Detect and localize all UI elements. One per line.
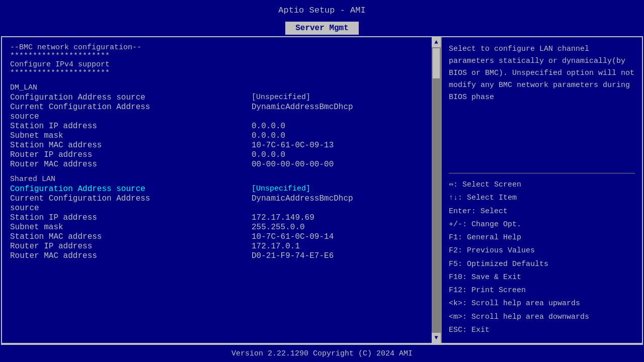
- sh-current-label: Current Configuration Address: [10, 194, 252, 203]
- dm-router-mac-value: 00-00-00-00-00-00: [252, 160, 334, 169]
- version-text: Version 2.22.1290 Copyright (C) 2024 AMI: [231, 349, 413, 358]
- shortcut-list: ⇔: Select Screen↑↓: Select ItemEnter: Se…: [449, 178, 635, 337]
- sh-current-label2: source: [10, 204, 252, 213]
- sh-station-mac-label: Station MAC address: [10, 232, 252, 241]
- sh-current-value: DynamicAddressBmcDhcp: [252, 194, 353, 203]
- scroll-thumb[interactable]: [433, 48, 440, 78]
- sh-current-row: Current Configuration Address DynamicAdd…: [10, 194, 424, 203]
- shortcut-item: F5: Optimized Defaults: [449, 258, 635, 271]
- dm-router-ip-row: Router IP address 0.0.0.0: [10, 150, 424, 159]
- sh-router-ip-row: Router IP address 172.17.0.1: [10, 242, 424, 251]
- bmc-stars-1: **********************: [10, 52, 424, 60]
- shortcut-item: <m>: Scroll help area downwards: [449, 311, 635, 324]
- sh-router-mac-value: D0-21-F9-74-E7-E6: [252, 251, 334, 260]
- dm-current-row: Current Configuration Address DynamicAdd…: [10, 103, 424, 112]
- dm-current-value: DynamicAddressBmcDhcp: [252, 103, 353, 112]
- dm-station-ip-row: Station IP address 0.0.0.0: [10, 122, 424, 131]
- bmc-header-1: --BMC network configuration--: [10, 43, 424, 52]
- dm-current-label2: source: [10, 112, 252, 121]
- sh-router-mac-row: Router MAC address D0-21-F9-74-E7-E6: [10, 251, 424, 260]
- dm-subnet-value: 0.0.0.0: [252, 131, 285, 140]
- help-text: Select to configure LAN channel paramete…: [449, 43, 635, 168]
- sh-subnet-value: 255.255.0.0: [252, 223, 305, 232]
- shortcut-item: Enter: Select: [449, 205, 635, 218]
- sh-router-ip-value: 172.17.0.1: [252, 242, 300, 251]
- app-title: Aptio Setup - AMI: [278, 6, 365, 15]
- sh-subnet-row: Subnet mask 255.255.0.0: [10, 223, 424, 232]
- dm-router-ip-label: Router IP address: [10, 150, 252, 159]
- shortcut-item: ⇔: Select Screen: [449, 178, 635, 192]
- bmc-stars-2: **********************: [10, 69, 424, 77]
- shortcut-item: <k>: Scroll help area upwards: [449, 297, 635, 310]
- sh-current-row2: source: [10, 204, 424, 213]
- sh-config-row[interactable]: Configuration Address source [Unspecifie…: [10, 185, 424, 194]
- main-content: --BMC network configuration-- **********…: [1, 36, 643, 344]
- scroll-up-arrow[interactable]: ▲: [432, 37, 441, 47]
- dm-config-value[interactable]: [Unspecified]: [252, 93, 310, 102]
- shortcut-item: F1: General Help: [449, 231, 635, 244]
- shortcut-item: F2: Previous Values: [449, 244, 635, 257]
- dm-station-ip-label: Station IP address: [10, 122, 252, 131]
- dm-station-mac-label: Station MAC address: [10, 141, 252, 150]
- sh-config-value[interactable]: [Unspecified]: [252, 185, 310, 194]
- dm-station-ip-value: 0.0.0.0: [252, 122, 285, 131]
- right-panel: Select to configure LAN channel paramete…: [441, 37, 642, 343]
- sh-subnet-label: Subnet mask: [10, 223, 252, 232]
- dm-current-row2: source: [10, 112, 424, 121]
- tab-bar: Server Mgmt: [0, 20, 644, 36]
- sh-station-ip-row: Station IP address 172.17.149.69: [10, 213, 424, 222]
- shared-lan-title: Shared LAN: [10, 175, 424, 184]
- sh-station-mac-value: 10-7C-61-0C-09-14: [252, 232, 334, 241]
- left-panel: --BMC network configuration-- **********…: [2, 37, 432, 343]
- shortcut-item: +/-: Change Opt.: [449, 218, 635, 231]
- dm-config-label: Configuration Address source: [10, 93, 252, 102]
- dm-config-row: Configuration Address source [Unspecifie…: [10, 93, 424, 102]
- scrollbar[interactable]: ▲ ▼: [432, 37, 441, 343]
- sh-station-ip-value: 172.17.149.69: [252, 213, 314, 222]
- sh-router-mac-label: Router MAC address: [10, 251, 252, 260]
- sh-station-mac-row: Station MAC address 10-7C-61-0C-09-14: [10, 232, 424, 241]
- footer: Version 2.22.1290 Copyright (C) 2024 AMI: [1, 344, 643, 362]
- shortcut-item: F12: Print Screen: [449, 284, 635, 297]
- dm-router-mac-label: Router MAC address: [10, 160, 252, 169]
- shortcut-item: ↑↓: Select Item: [449, 192, 635, 205]
- dm-subnet-row: Subnet mask 0.0.0.0: [10, 131, 424, 140]
- shortcut-item: F10: Save & Exit: [449, 271, 635, 284]
- sh-router-ip-label: Router IP address: [10, 242, 252, 251]
- panel-divider: [449, 173, 635, 173]
- dm-lan-title: DM_LAN: [10, 83, 424, 92]
- dm-current-label: Current Configuration Address: [10, 103, 252, 112]
- bmc-config-header: Configure IPv4 support: [10, 60, 424, 69]
- sh-config-label: Configuration Address source: [10, 185, 252, 194]
- dm-station-mac-value: 10-7C-61-0C-09-13: [252, 141, 334, 150]
- title-bar: Aptio Setup - AMI: [0, 0, 644, 20]
- dm-router-ip-value: 0.0.0.0: [252, 150, 285, 159]
- dm-router-mac-row: Router MAC address 00-00-00-00-00-00: [10, 160, 424, 169]
- shortcut-item: ESC: Exit: [449, 324, 635, 337]
- dm-subnet-label: Subnet mask: [10, 131, 252, 140]
- dm-station-mac-row: Station MAC address 10-7C-61-0C-09-13: [10, 141, 424, 150]
- sh-station-ip-label: Station IP address: [10, 213, 252, 222]
- scroll-down-arrow[interactable]: ▼: [432, 333, 441, 343]
- tab-server-mgmt[interactable]: Server Mgmt: [285, 22, 359, 35]
